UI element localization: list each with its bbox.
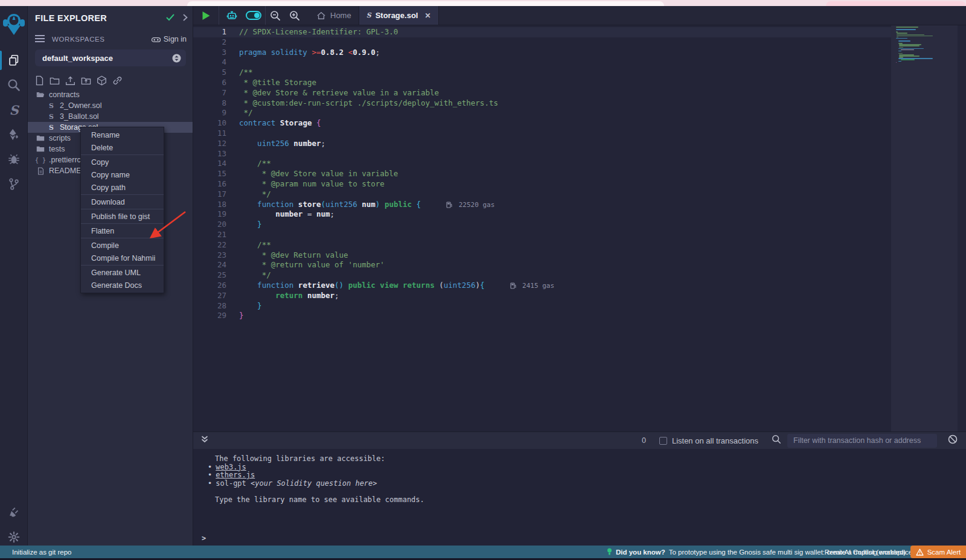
context-menu-item-copy-name[interactable]: Copy name <box>81 168 164 181</box>
new-folder-icon[interactable] <box>50 74 60 87</box>
deploy-and-run-icon <box>7 128 21 141</box>
tree-item-2-owner-sol[interactable]: S2_Owner.sol <box>28 100 193 111</box>
rail-item-solidity-compiler[interactable]: S <box>0 98 28 122</box>
clear-console-icon[interactable] <box>948 434 958 447</box>
rail-item-file-explorer[interactable] <box>0 48 28 72</box>
git-icon <box>7 177 21 191</box>
context-menu-separator <box>81 154 164 155</box>
sign-in-button[interactable]: Sign in <box>152 35 187 43</box>
rail-item-git[interactable] <box>0 172 28 196</box>
folder-open-icon <box>36 91 45 98</box>
gas-estimate: 2415 gas <box>510 282 555 290</box>
import-from-url-icon[interactable] <box>112 74 123 87</box>
terminal-expand-icon[interactable] <box>200 435 209 446</box>
debugger-icon <box>7 153 21 166</box>
workspace-spinner-icon[interactable] <box>172 54 181 63</box>
tree-item-label: 3_Ballot.sol <box>60 112 99 121</box>
sol-icon: S <box>47 113 56 121</box>
tree-item-label: tests <box>49 145 65 153</box>
remix-ide-window: S FILE EXPLORER WORKSPACES Sign in defau… <box>0 0 966 560</box>
tab-home[interactable]: Home <box>309 6 359 25</box>
settings-icon <box>7 530 21 544</box>
context-menu-separator <box>81 209 164 209</box>
terminal-text: Type the library name to see available c… <box>215 495 424 504</box>
github-icon <box>152 36 161 43</box>
terminal-text: <your Solidity question here> <box>251 479 377 488</box>
git-init-button[interactable]: Initialize as git repo <box>12 546 71 558</box>
ai-copilot-icon[interactable] <box>222 6 242 25</box>
terminal-output[interactable]: The following libraries are accessible:w… <box>193 449 966 546</box>
copilot-toggle[interactable] <box>242 6 265 25</box>
rail-item-debugger[interactable] <box>0 147 28 171</box>
upload-folder-icon[interactable] <box>81 74 91 87</box>
zoom-in-icon[interactable] <box>285 6 304 25</box>
editor-column: HomeSStorage.sol✕ 1234567891011121314151… <box>193 6 966 558</box>
terminal-line: web3.js <box>202 463 966 472</box>
workspaces-menu-icon[interactable] <box>35 34 46 45</box>
folder-icon <box>36 135 45 142</box>
new-file-icon[interactable] <box>35 74 44 87</box>
context-menu-item-copy[interactable]: Copy <box>81 156 164 168</box>
minimap[interactable] <box>891 25 958 431</box>
zoom-out-icon[interactable] <box>266 6 285 25</box>
line-numbers: 1234567891011121314151617181920212223242… <box>193 27 235 321</box>
transaction-count-badge: 0 <box>642 436 646 445</box>
run-script-button[interactable] <box>193 6 219 25</box>
toggle-pill <box>246 11 261 20</box>
chevron-right-icon[interactable] <box>183 14 188 23</box>
workspace-selected-value: default_workspace <box>42 54 113 63</box>
tab-label: Storage.sol <box>376 11 418 20</box>
home-icon <box>316 11 326 20</box>
terminal-prompt[interactable]: > <box>202 534 206 542</box>
code-content: // SPDX-License-Identifier: GPL-3.0pragm… <box>239 27 888 321</box>
terminal-link[interactable]: web3.js <box>216 463 246 471</box>
tree-item-contracts[interactable]: contracts <box>28 89 193 100</box>
lightbulb-icon <box>607 548 612 556</box>
context-menu-item-publish-file-to-gist[interactable]: Publish file to gist <box>81 210 164 223</box>
folder-icon <box>36 145 45 153</box>
workspace-select[interactable]: default_workspace <box>35 49 186 66</box>
context-menu-item-rename[interactable]: Rename <box>81 129 164 141</box>
code-editor[interactable]: 1234567891011121314151617181920212223242… <box>193 25 966 431</box>
listen-transactions-checkbox[interactable] <box>659 437 667 445</box>
tab-storage-sol[interactable]: SStorage.sol✕ <box>359 6 439 25</box>
remix-logo-icon[interactable] <box>2 11 26 37</box>
context-menu-item-download[interactable]: Download <box>81 196 164 208</box>
tree-item-label: scripts <box>49 134 71 142</box>
publish-to-ipfs-icon[interactable] <box>97 74 107 87</box>
tab-close-icon[interactable]: ✕ <box>424 11 430 20</box>
browser-chrome-strip <box>0 0 966 6</box>
context-menu-item-compile-for-nahmii[interactable]: Compile for Nahmii <box>81 252 164 264</box>
gas-estimate: 22520 gas <box>446 201 494 209</box>
context-menu-separator <box>81 194 164 195</box>
copilot-status[interactable]: RemixAI Copilot (enabled) <box>825 546 906 558</box>
transaction-filter-input[interactable] <box>787 434 937 448</box>
context-menu-item-generate-uml[interactable]: Generate UML <box>81 266 164 279</box>
tree-item-label: 2_Owner.sol <box>60 101 101 110</box>
upload-file-icon[interactable] <box>65 74 75 87</box>
terminal-line: ethers.js <box>202 471 966 480</box>
file-explorer-icon <box>7 54 21 67</box>
context-menu-separator <box>81 238 164 238</box>
scam-alert-button[interactable]: Scam Alert <box>910 546 966 558</box>
terminal-line: The following libraries are accessible: <box>202 455 966 463</box>
editor-toolbar: HomeSStorage.sol✕ <box>193 6 966 25</box>
terminal-search-icon[interactable] <box>772 434 781 447</box>
terminal-text: sol-gpt <box>216 479 251 488</box>
context-menu-item-copy-path[interactable]: Copy path <box>81 181 164 194</box>
context-menu-item-compile[interactable]: Compile <box>81 239 164 252</box>
terminal-line: Type the library name to see available c… <box>202 496 966 504</box>
tree-item-3-ballot-sol[interactable]: S3_Ballot.sol <box>28 111 193 122</box>
rail-item-plugin-manager[interactable] <box>0 500 28 524</box>
context-menu-item-delete[interactable]: Delete <box>81 141 164 154</box>
context-menu-item-flatten[interactable]: Flatten <box>81 224 164 237</box>
rail-item-search[interactable] <box>0 73 28 97</box>
tip-title: Did you know? <box>616 549 665 556</box>
terminal-link[interactable]: ethers.js <box>216 471 255 479</box>
editor-scrollbar[interactable] <box>958 25 966 431</box>
tab-label: Home <box>330 11 351 20</box>
context-menu-item-generate-docs[interactable]: Generate Docs <box>81 279 164 291</box>
terminal-line <box>202 488 966 496</box>
rail-item-deploy-and-run[interactable] <box>0 122 28 147</box>
listen-transactions-label: Listen on all transactions <box>672 436 758 445</box>
